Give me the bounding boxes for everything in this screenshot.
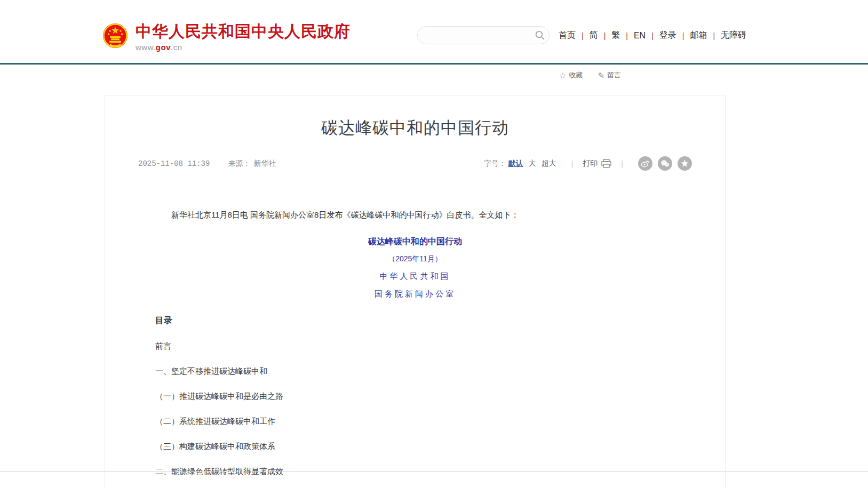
site-header: 中华人民共和国中央人民政府 www.gov.cn 首页| 简| 繁| EN| 登… bbox=[0, 0, 868, 65]
star-outline-icon: ☆ bbox=[559, 71, 566, 79]
site-url: www.gov.cn bbox=[136, 43, 351, 52]
toc-item-1: 一、坚定不移推进碳达峰碳中和 bbox=[155, 366, 675, 377]
share-more-button[interactable] bbox=[678, 156, 692, 171]
printer-icon bbox=[601, 159, 611, 168]
search-box bbox=[417, 26, 550, 44]
article-body: 新华社北京11月8日电 国务院新闻办公室8日发布《碳达峰碳中和的中国行动》白皮书… bbox=[105, 208, 725, 488]
nav-separator: | bbox=[604, 31, 606, 40]
nav-traditional[interactable]: 繁 bbox=[610, 30, 621, 41]
nav-home[interactable]: 首页 bbox=[558, 30, 577, 41]
comment-button[interactable]: ✎ 留言 bbox=[598, 70, 621, 80]
nav-simplified[interactable]: 简 bbox=[588, 30, 599, 41]
url-gov: gov bbox=[156, 43, 171, 52]
top-nav: 首页| 简| 繁| EN| 登录| 邮箱| 无障碍 bbox=[558, 30, 747, 41]
meta-separator: | bbox=[621, 159, 623, 168]
viewport-bottom-divider bbox=[0, 471, 868, 471]
site-title: 中华人民共和国中央人民政府 bbox=[136, 22, 351, 41]
toc-item-preface: 前言 bbox=[155, 341, 675, 351]
article-card: 碳达峰碳中和的中国行动 2025-11-08 11:39 来源： 新华社 字号：… bbox=[105, 95, 726, 488]
source-value[interactable]: 新华社 bbox=[253, 159, 276, 169]
article-meta-row: 2025-11-08 11:39 来源： 新华社 字号： 默认 大 超大 | 打… bbox=[138, 156, 692, 180]
nav-separator: | bbox=[582, 31, 584, 40]
share-weibo-button[interactable] bbox=[638, 156, 652, 171]
toc-item-1-2: （二）系统推进碳达峰碳中和工作 bbox=[155, 417, 675, 427]
url-prefix: www. bbox=[136, 43, 156, 52]
search-input[interactable] bbox=[418, 31, 531, 39]
nav-login[interactable]: 登录 bbox=[658, 30, 678, 41]
page-actions: ☆ 收藏 ✎ 留言 bbox=[559, 70, 636, 80]
share-wechat-button[interactable] bbox=[658, 156, 672, 171]
source-label: 来源： bbox=[228, 159, 250, 169]
toc-item-2: 二、能源绿色低碳转型取得显著成效 bbox=[155, 467, 675, 477]
star-icon bbox=[681, 159, 689, 167]
favorite-button[interactable]: ☆ 收藏 bbox=[559, 70, 583, 80]
nav-separator: | bbox=[626, 31, 628, 40]
url-suffix: .cn bbox=[171, 43, 182, 52]
search-icon bbox=[535, 30, 545, 40]
article-title: 碳达峰碳中和的中国行动 bbox=[105, 117, 725, 139]
weibo-icon bbox=[641, 159, 650, 168]
header-divider bbox=[0, 63, 868, 65]
font-size-xlarge-button[interactable]: 超大 bbox=[541, 159, 556, 169]
wechat-icon bbox=[660, 159, 670, 168]
article-date: 2025-11-08 11:39 bbox=[138, 159, 210, 168]
comment-label: 留言 bbox=[607, 70, 621, 80]
favorite-label: 收藏 bbox=[569, 70, 583, 80]
toc-item-1-1: （一）推进碳达峰碳中和是必由之路 bbox=[155, 391, 675, 402]
toc-item-1-3: （三）构建碳达峰碳中和政策体系 bbox=[155, 442, 675, 452]
doc-author-country: 中华人民共和国 bbox=[155, 271, 675, 282]
font-size-default-button[interactable]: 默认 bbox=[508, 159, 523, 169]
share-group bbox=[633, 156, 692, 171]
search-button[interactable] bbox=[531, 26, 549, 44]
doc-title: 碳达峰碳中和的中国行动 bbox=[155, 236, 675, 247]
article-meta-right: 字号： 默认 大 超大 | 打印 | bbox=[484, 156, 692, 171]
doc-date: （2025年11月） bbox=[155, 254, 675, 264]
site-identity: 中华人民共和国中央人民政府 www.gov.cn bbox=[136, 22, 351, 52]
print-button[interactable]: 打印 bbox=[583, 159, 611, 169]
nav-mail[interactable]: 邮箱 bbox=[689, 30, 708, 41]
nav-separator: | bbox=[651, 31, 654, 40]
nav-separator: | bbox=[682, 31, 684, 40]
site-logo[interactable]: 中华人民共和国中央人民政府 www.gov.cn bbox=[102, 22, 351, 52]
national-emblem-icon bbox=[102, 22, 128, 50]
doc-author-office: 国务院新闻办公室 bbox=[155, 289, 675, 299]
meta-separator: | bbox=[571, 159, 574, 168]
nav-accessibility[interactable]: 无障碍 bbox=[720, 30, 747, 41]
intro-paragraph: 新华社北京11月8日电 国务院新闻办公室8日发布《碳达峰碳中和的中国行动》白皮书… bbox=[155, 208, 675, 222]
toc-title: 目录 bbox=[155, 315, 675, 326]
nav-separator: | bbox=[713, 31, 715, 40]
article-meta-left: 2025-11-08 11:39 来源： 新华社 bbox=[138, 159, 276, 169]
nav-english[interactable]: EN bbox=[633, 31, 647, 41]
page: 中华人民共和国中央人民政府 www.gov.cn 首页| 简| 繁| EN| 登… bbox=[0, 0, 868, 488]
print-label: 打印 bbox=[583, 159, 598, 169]
font-size-large-button[interactable]: 大 bbox=[529, 159, 536, 169]
pencil-icon: ✎ bbox=[598, 71, 604, 79]
font-size-label: 字号： bbox=[484, 159, 506, 169]
